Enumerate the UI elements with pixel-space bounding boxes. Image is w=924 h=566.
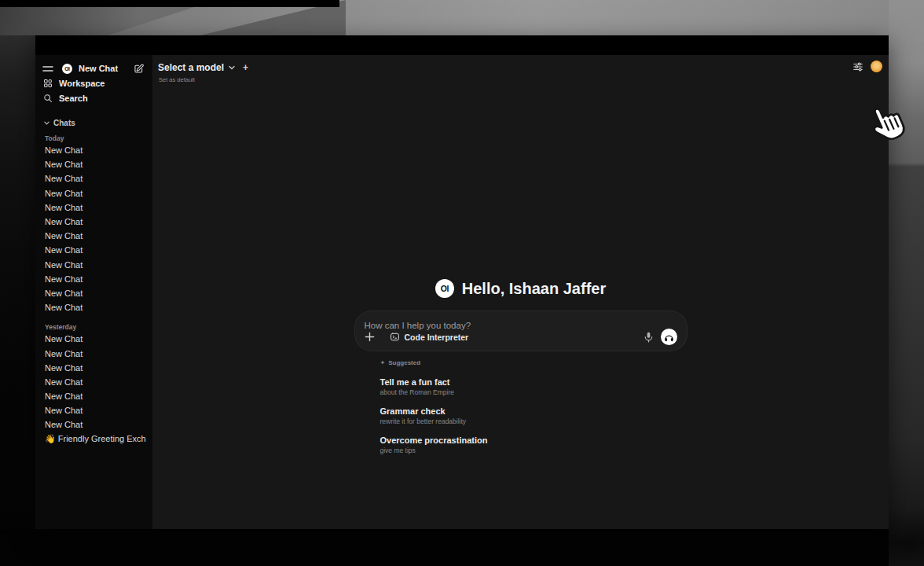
greeting: OI Hello, Ishaan Jaffer bbox=[354, 279, 688, 298]
suggested-prompt-subtitle: rewrite it for better readability bbox=[380, 417, 688, 425]
composer: Code Interpreter bbox=[354, 311, 688, 351]
user-avatar[interactable] bbox=[871, 61, 882, 72]
chat-list-item[interactable]: New Chat bbox=[42, 157, 146, 171]
suggested-prompt-subtitle: about the Roman Empire bbox=[380, 388, 688, 396]
chat-group-label-yesterday: Yesterday bbox=[42, 322, 146, 332]
wallpaper-left-band bbox=[0, 35, 35, 529]
sliders-icon[interactable] bbox=[852, 61, 864, 72]
composer-toolbar: Code Interpreter bbox=[365, 329, 677, 345]
chat-list-item[interactable]: New Chat bbox=[42, 171, 146, 186]
chat-group-label-today: Today bbox=[42, 134, 146, 143]
model-selector[interactable]: Select a model + bbox=[158, 62, 248, 73]
suggested-label: Suggested bbox=[388, 359, 420, 366]
sidebar-item-label: Workspace bbox=[59, 79, 105, 88]
wallpaper-bottom-band bbox=[0, 529, 889, 566]
headphones-icon bbox=[664, 333, 674, 342]
app-logo: OI bbox=[62, 64, 72, 74]
chat-list-item[interactable]: New Chat bbox=[42, 389, 146, 403]
chats-section-label: Chats bbox=[53, 119, 75, 127]
model-selector-label: Select a model bbox=[158, 62, 224, 73]
sidebar-header: OI New Chat bbox=[42, 61, 146, 75]
chat-list-item[interactable]: New Chat bbox=[42, 200, 146, 215]
chat-list-item[interactable]: New Chat bbox=[42, 229, 146, 243]
chat-list-item[interactable]: New Chat bbox=[42, 361, 146, 375]
chevron-down-icon bbox=[229, 65, 235, 70]
suggested-prompt-title: Overcome procrastination bbox=[380, 436, 688, 445]
hand-cursor bbox=[864, 101, 907, 145]
code-interpreter-icon bbox=[390, 332, 400, 342]
chat-list-item[interactable]: New Chat bbox=[42, 375, 146, 389]
suggested-prompt[interactable]: Tell me a fun fact about the Roman Empir… bbox=[380, 377, 688, 397]
chat-list-today: New ChatNew ChatNew ChatNew ChatNew Chat… bbox=[42, 143, 146, 314]
chevron-down-icon bbox=[44, 121, 50, 125]
topbar-actions bbox=[852, 61, 882, 72]
sidebar-item-label: Search bbox=[59, 94, 88, 103]
search-icon bbox=[43, 94, 53, 103]
chat-list-item[interactable]: New Chat bbox=[42, 143, 146, 157]
voice-call-button[interactable] bbox=[661, 329, 677, 345]
chat-list-item-named[interactable]: 👋 Friendly Greeting Exchange bbox=[42, 432, 146, 447]
mic-icon[interactable] bbox=[644, 332, 653, 343]
chat-list-item[interactable]: New Chat bbox=[42, 215, 146, 229]
suggested-header: ✦ Suggested bbox=[380, 358, 688, 367]
add-model-button[interactable]: + bbox=[243, 62, 248, 73]
suggested-prompt[interactable]: Overcome procrastination give me tips bbox=[380, 436, 688, 455]
greeting-text: Hello, Ishaan Jaffer bbox=[462, 280, 606, 298]
chat-list-yesterday: New ChatNew ChatNew ChatNew ChatNew Chat… bbox=[42, 332, 146, 432]
app-window: OI New Chat Workspace Search bbox=[35, 35, 889, 529]
chat-list-item[interactable]: New Chat bbox=[42, 243, 146, 257]
suggested-section: ✦ Suggested Tell me a fun fact about the… bbox=[354, 358, 688, 454]
wallpaper-right-band bbox=[889, 0, 924, 566]
chat-list-item[interactable]: New Chat bbox=[42, 332, 146, 346]
sidebar-title: New Chat bbox=[79, 64, 118, 73]
suggested-prompt[interactable]: Grammar check rewrite it for better read… bbox=[380, 406, 688, 426]
wallpaper-shape bbox=[0, 0, 339, 7]
workspace-icon bbox=[43, 79, 53, 88]
suggested-prompt-subtitle: give me tips bbox=[380, 447, 688, 454]
chat-list-item[interactable]: New Chat bbox=[42, 272, 146, 286]
chat-list-item[interactable]: New Chat bbox=[42, 286, 146, 300]
sidebar-item-workspace[interactable]: Workspace bbox=[42, 75, 146, 90]
chat-list-item[interactable]: New Chat bbox=[42, 186, 146, 200]
sidebar-toggle-icon[interactable] bbox=[42, 64, 53, 73]
hero-section: OI Hello, Ishaan Jaffer Code Inter bbox=[354, 279, 688, 454]
app-logo: OI bbox=[435, 279, 454, 298]
plus-icon[interactable] bbox=[365, 332, 375, 342]
code-interpreter-toggle[interactable]: Code Interpreter bbox=[390, 332, 469, 342]
window-top-strip bbox=[35, 35, 889, 55]
chat-list-item[interactable]: New Chat bbox=[42, 403, 146, 417]
set-default-button[interactable]: Set as default bbox=[159, 76, 195, 83]
chats-section-toggle[interactable]: Chats bbox=[42, 118, 146, 128]
suggested-prompt-title: Grammar check bbox=[380, 406, 688, 416]
chat-list-item[interactable]: New Chat bbox=[42, 258, 146, 272]
chat-list-item[interactable]: New Chat bbox=[42, 417, 146, 432]
chat-list-item[interactable]: New Chat bbox=[42, 346, 146, 360]
sidebar: OI New Chat Workspace Search bbox=[35, 55, 152, 529]
suggested-prompt-title: Tell me a fun fact bbox=[380, 377, 688, 387]
suggested-prompts: Tell me a fun fact about the Roman Empir… bbox=[380, 377, 688, 455]
sparkles-icon: ✦ bbox=[380, 359, 386, 366]
chat-list-item[interactable]: New Chat bbox=[42, 300, 146, 314]
sidebar-item-search[interactable]: Search bbox=[42, 90, 146, 105]
main-content: Select a model + Set as default OI Hello… bbox=[152, 55, 889, 529]
new-chat-icon[interactable] bbox=[134, 64, 144, 74]
code-interpreter-label: Code Interpreter bbox=[405, 333, 469, 342]
